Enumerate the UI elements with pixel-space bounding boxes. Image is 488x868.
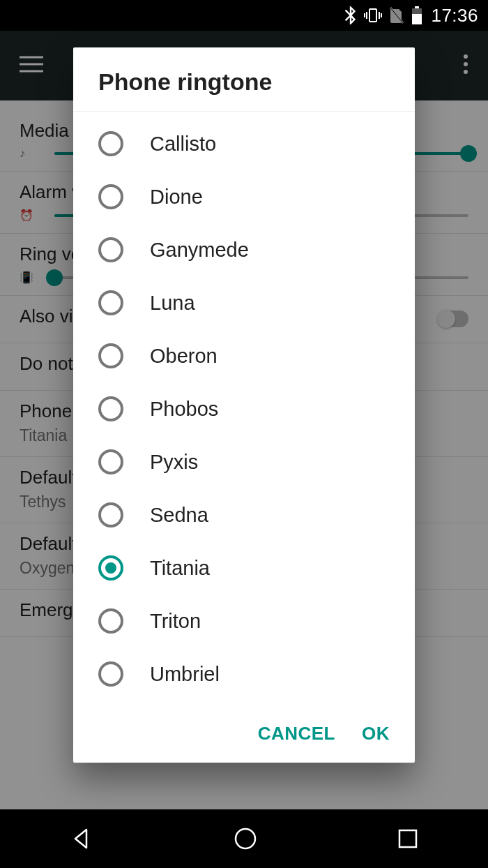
svg-rect-17 — [399, 830, 416, 847]
ringtone-option[interactable]: Phobos — [73, 382, 415, 435]
radio-button[interactable] — [98, 237, 123, 262]
ringtone-option-label: Oberon — [150, 345, 218, 368]
bluetooth-icon — [344, 6, 357, 24]
ringtone-option-label: Ganymede — [150, 239, 249, 262]
svg-rect-4 — [381, 13, 382, 17]
ringtone-option[interactable]: Ganymede — [73, 223, 415, 276]
svg-rect-0 — [369, 9, 376, 22]
svg-rect-3 — [379, 12, 380, 19]
back-icon — [70, 827, 93, 851]
ringtone-option[interactable]: Luna — [73, 276, 415, 329]
battery-icon — [411, 6, 422, 24]
status-time: 17:36 — [431, 5, 478, 27]
svg-rect-1 — [366, 12, 367, 19]
nav-back-button[interactable] — [70, 827, 93, 851]
ringtone-option-label: Triton — [150, 610, 201, 633]
status-bar: 17:36 — [0, 0, 488, 31]
dialog-title: Phone ringtone — [73, 47, 415, 112]
ringtone-list: CallistoDioneGanymedeLunaOberonPhobosPyx… — [73, 112, 415, 709]
ringtone-option[interactable]: Umbriel — [73, 648, 415, 701]
radio-button[interactable] — [98, 555, 123, 581]
ringtone-option-label: Phobos — [150, 398, 218, 421]
ringtone-option[interactable]: Sedna — [73, 488, 415, 541]
vibrate-icon — [364, 8, 382, 23]
radio-button[interactable] — [98, 184, 123, 209]
nav-home-button[interactable] — [233, 826, 258, 851]
radio-button[interactable] — [98, 131, 123, 156]
ringtone-option-label: Pyxis — [150, 451, 198, 474]
ringtone-option[interactable]: Oberon — [73, 329, 415, 382]
radio-button[interactable] — [98, 608, 123, 634]
svg-rect-2 — [364, 13, 365, 17]
ringtone-option[interactable]: Pyxis — [73, 435, 415, 488]
ringtone-option-label: Titania — [150, 557, 210, 580]
svg-rect-7 — [415, 6, 419, 8]
ringtone-option-label: Dione — [150, 186, 203, 209]
ringtone-option-label: Sedna — [150, 504, 208, 527]
ringtone-option[interactable]: Titania — [73, 541, 415, 594]
status-icons — [344, 6, 422, 24]
ok-button[interactable]: OK — [362, 723, 390, 744]
ringtone-option[interactable]: Callisto — [73, 117, 415, 170]
ringtone-dialog: Phone ringtone CallistoDioneGanymedeLuna… — [73, 47, 415, 763]
dialog-actions: CANCEL OK — [73, 709, 415, 763]
svg-rect-9 — [412, 14, 422, 24]
device-screen: 17:36 Media volume ♪ Alarm volume ⏰ Ring — [0, 0, 488, 868]
radio-button[interactable] — [98, 290, 123, 315]
no-sim-icon — [389, 6, 404, 24]
radio-button[interactable] — [98, 502, 123, 527]
recent-icon — [397, 828, 418, 849]
radio-button[interactable] — [98, 396, 123, 421]
nav-recent-button[interactable] — [397, 828, 418, 849]
radio-button[interactable] — [98, 449, 123, 474]
ringtone-option-label: Umbriel — [150, 663, 220, 686]
radio-button[interactable] — [98, 343, 123, 368]
cancel-button[interactable]: CANCEL — [258, 723, 335, 744]
ringtone-option-label: Callisto — [150, 133, 216, 156]
ringtone-option-label: Luna — [150, 292, 195, 315]
navigation-bar — [0, 809, 488, 868]
ringtone-option[interactable]: Triton — [73, 594, 415, 648]
home-icon — [233, 826, 258, 851]
svg-point-16 — [236, 829, 255, 848]
ringtone-option[interactable]: Dione — [73, 170, 415, 223]
radio-button[interactable] — [98, 661, 123, 687]
